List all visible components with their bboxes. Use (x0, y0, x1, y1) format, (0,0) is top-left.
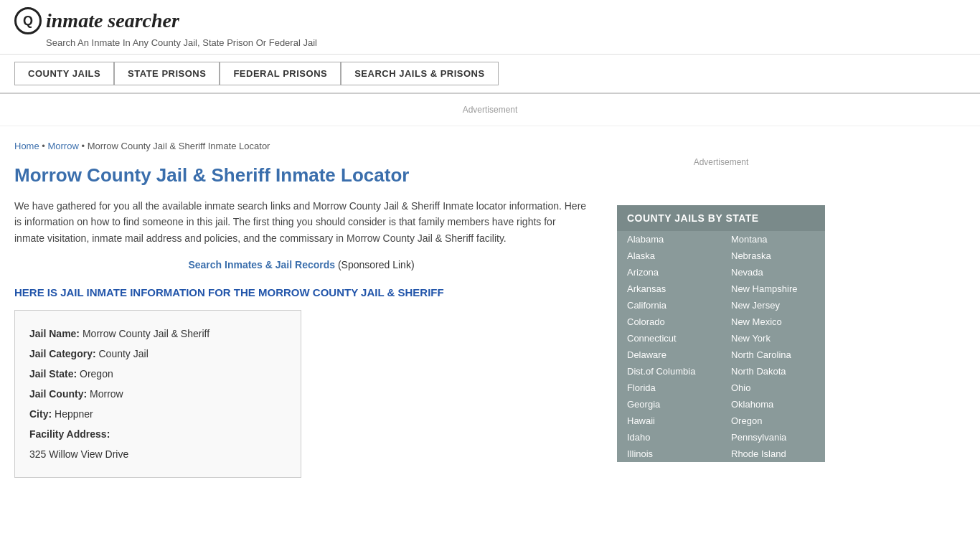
state-item[interactable]: New York (721, 330, 825, 347)
state-item[interactable]: Ohio (721, 380, 825, 396)
jail-city-row: City: Heppner (29, 404, 286, 424)
jail-address-label: Facility Address: (29, 428, 110, 440)
logo-icon: Q (14, 7, 42, 34)
state-item[interactable]: Delaware (617, 347, 721, 363)
breadcrumb: Home • Morrow • Morrow County Jail & She… (14, 141, 588, 151)
state-item[interactable]: Hawaii (617, 413, 721, 429)
header: Q inmate searcher Search An Inmate In An… (0, 0, 980, 55)
sponsored-text: (Sponsored Link) (338, 259, 415, 270)
state-item[interactable]: Oklahoma (721, 396, 825, 413)
nav-search-jails[interactable]: SEARCH JAILS & PRISONS (341, 62, 498, 85)
state-item[interactable]: Rhode Island (721, 446, 825, 462)
jail-category-val: County Jail (98, 348, 148, 359)
state-item[interactable]: Nebraska (721, 248, 825, 264)
state-item[interactable]: Pennsylvania (721, 429, 825, 446)
jail-name-row: Jail Name: Morrow County Jail & Sheriff (29, 324, 286, 344)
logo-text: inmate searcher (46, 9, 179, 32)
jail-name-val: Morrow County Jail & Sheriff (83, 328, 209, 339)
state-item[interactable]: North Dakota (721, 363, 825, 380)
nav-buttons: COUNTY JAILS STATE PRISONS FEDERAL PRISO… (14, 62, 966, 85)
page-description: We have gathered for you all the availab… (14, 198, 588, 246)
nav-state-prisons[interactable]: STATE PRISONS (114, 62, 220, 85)
state-item[interactable]: Illinois (617, 446, 721, 462)
nav-federal-prisons[interactable]: FEDERAL PRISONS (220, 62, 341, 85)
state-item[interactable]: New Hampshire (721, 281, 825, 297)
jail-info-heading: HERE IS JAIL INMATE INFORMATION FOR THE … (14, 286, 588, 298)
breadcrumb-current: Morrow County Jail & Sheriff Inmate Loca… (88, 141, 270, 151)
jail-address-row: Facility Address: 325 Willow View Drive (29, 424, 286, 464)
state-box-title: COUNTY JAILS BY STATE (617, 205, 825, 231)
sidebar-ad: Advertisement (617, 133, 825, 191)
jail-county-label: Jail County: (29, 388, 87, 400)
content-area: Home • Morrow • Morrow County Jail & She… (14, 126, 603, 492)
jail-county-row: Jail County: Morrow (29, 384, 286, 404)
page-title: Morrow County Jail & Sheriff Inmate Loca… (14, 164, 588, 187)
jail-category-row: Jail Category: County Jail (29, 344, 286, 364)
info-box: Jail Name: Morrow County Jail & Sheriff … (14, 310, 301, 478)
main-layout: Home • Morrow • Morrow County Jail & She… (0, 126, 980, 492)
state-item[interactable]: Arkansas (617, 281, 721, 297)
state-item[interactable]: Montana (721, 231, 825, 248)
state-item[interactable]: Idaho (617, 429, 721, 446)
jail-state-label: Jail State: (29, 368, 77, 380)
state-item[interactable]: Colorado (617, 314, 721, 330)
jail-name-label: Jail Name: (29, 328, 80, 339)
search-inmates-link[interactable]: Search Inmates & Jail Records (188, 259, 335, 270)
jail-address-value: 325 Willow View Drive (29, 444, 286, 464)
state-item[interactable]: Georgia (617, 396, 721, 413)
logo-area: Q inmate searcher (14, 7, 966, 34)
state-item[interactable]: California (617, 297, 721, 314)
state-item[interactable]: Connecticut (617, 330, 721, 347)
county-jails-by-state-box: COUNTY JAILS BY STATE AlabamaMontanaAlas… (617, 205, 825, 462)
state-item[interactable]: New Mexico (721, 314, 825, 330)
state-item[interactable]: Alabama (617, 231, 721, 248)
ad-banner: Advertisement (0, 94, 980, 126)
state-item[interactable]: Nevada (721, 264, 825, 281)
state-item[interactable]: Florida (617, 380, 721, 396)
state-item[interactable]: New Jersey (721, 297, 825, 314)
tagline: Search An Inmate In Any County Jail, Sta… (46, 37, 966, 48)
breadcrumb-morrow[interactable]: Morrow (47, 141, 78, 151)
state-item[interactable]: Dist.of Columbia (617, 363, 721, 380)
breadcrumb-home[interactable]: Home (14, 141, 39, 151)
state-list: AlabamaMontanaAlaskaNebraskaArizonaNevad… (617, 231, 825, 462)
jail-county-val: Morrow (90, 388, 123, 400)
state-item[interactable]: Alaska (617, 248, 721, 264)
jail-category-label: Jail Category: (29, 348, 96, 359)
search-link-area: Search Inmates & Jail Records (Sponsored… (14, 259, 588, 270)
state-item[interactable]: Arizona (617, 264, 721, 281)
nav-bar: COUNTY JAILS STATE PRISONS FEDERAL PRISO… (0, 55, 980, 94)
jail-city-val: Heppner (55, 408, 93, 420)
sidebar: Advertisement COUNTY JAILS BY STATE Alab… (603, 126, 825, 492)
jail-city-label: City: (29, 408, 52, 420)
state-item[interactable]: North Carolina (721, 347, 825, 363)
jail-state-val: Oregon (80, 368, 113, 380)
state-item[interactable]: Oregon (721, 413, 825, 429)
jail-state-row: Jail State: Oregon (29, 364, 286, 384)
nav-county-jails[interactable]: COUNTY JAILS (14, 62, 114, 85)
